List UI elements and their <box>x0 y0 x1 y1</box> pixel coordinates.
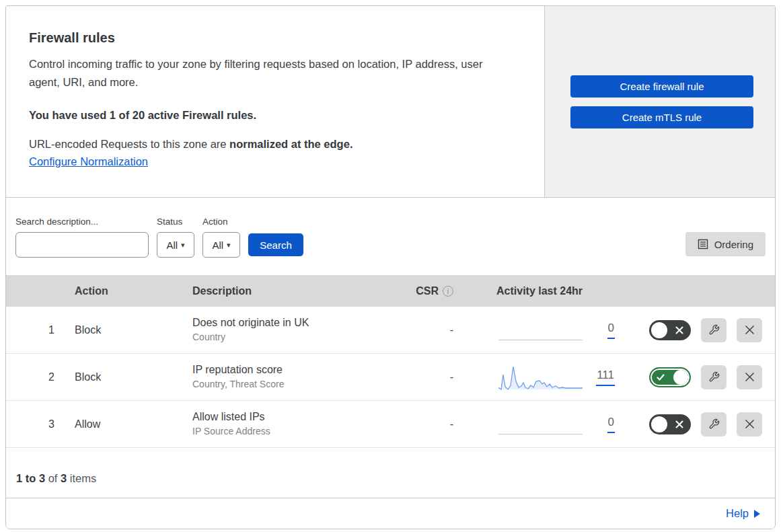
configure-normalization-link[interactable]: Configure Normalization <box>29 155 148 168</box>
ordering-button[interactable]: Ordering <box>685 232 766 256</box>
items-text: items <box>67 472 96 484</box>
activity-count-link[interactable]: 0 <box>607 416 615 433</box>
toggle-off-x-icon <box>675 420 683 428</box>
rule-controls <box>626 318 775 342</box>
table-row: 3 Allow Allow listed IPs IP Source Addre… <box>6 401 775 448</box>
rule-fields: Country <box>192 330 363 344</box>
activity-cell: 111 <box>475 363 626 392</box>
search-label: Search description... <box>15 217 149 227</box>
rule-action: Block <box>70 324 192 336</box>
rule-enabled-toggle[interactable] <box>649 320 691 340</box>
rule-priority: 1 <box>6 324 70 336</box>
help-link[interactable]: Help <box>726 507 760 520</box>
rule-action: Allow <box>70 418 192 430</box>
ordering-list-icon <box>698 239 708 250</box>
activity-sparkline <box>498 363 583 392</box>
toggle-off-x-icon <box>675 326 683 334</box>
wrench-icon <box>708 324 720 336</box>
normalization-prefix: URL-encoded Requests to this zone are <box>29 138 229 150</box>
activity-flatline <box>498 340 583 340</box>
action-filter-group: Action All▾ <box>202 217 240 258</box>
rule-enabled-toggle[interactable] <box>649 367 691 387</box>
close-icon <box>745 419 755 429</box>
usage-summary: You have used 1 of 20 active Firewall ru… <box>29 109 515 122</box>
rule-controls <box>626 412 775 436</box>
of-text: of <box>45 472 61 484</box>
sparkline-chart <box>498 363 583 392</box>
status-dropdown-value: All <box>166 239 178 251</box>
wrench-icon <box>708 371 720 383</box>
search-input[interactable] <box>28 233 161 257</box>
delete-rule-button[interactable] <box>737 365 762 389</box>
items-range: 1 to 3 <box>16 472 45 484</box>
status-dropdown[interactable]: All▾ <box>157 232 194 258</box>
rule-action: Block <box>70 371 192 383</box>
delete-rule-button[interactable] <box>737 412 762 436</box>
rule-csr-value: - <box>363 371 453 383</box>
edit-rule-button[interactable] <box>701 318 727 342</box>
normalization-note: URL-encoded Requests to this zone are no… <box>29 138 515 151</box>
activity-sparkline-empty <box>498 315 583 345</box>
arrow-right-icon <box>754 510 760 518</box>
action-dropdown[interactable]: All▾ <box>202 232 240 258</box>
column-description: Description <box>192 285 363 297</box>
action-dropdown-value: All <box>212 239 223 251</box>
rule-description-cell: Does not originate in UK Country <box>192 315 363 344</box>
chevron-down-icon: ▾ <box>227 241 231 249</box>
search-button[interactable]: Search <box>248 233 303 256</box>
search-group: Search description... <box>15 217 149 258</box>
table-row: 1 Block Does not originate in UK Country… <box>6 307 775 354</box>
edit-rule-button[interactable] <box>701 412 727 436</box>
header-section: Firewall rules Control incoming traffic … <box>6 6 775 198</box>
create-mtls-rule-button[interactable]: Create mTLS rule <box>570 106 753 128</box>
toggle-on-check-icon <box>657 373 665 381</box>
edit-rule-button[interactable] <box>701 365 727 389</box>
chevron-down-icon: ▾ <box>181 241 185 249</box>
toggle-knob <box>651 416 667 432</box>
rule-description: Does not originate in UK <box>192 315 363 330</box>
ordering-button-label: Ordering <box>714 239 753 250</box>
header-text-block: Firewall rules Control incoming traffic … <box>6 6 545 197</box>
activity-cell: 0 <box>475 410 626 439</box>
toggle-knob <box>651 322 667 338</box>
status-label: Status <box>157 217 194 227</box>
activity-count-link[interactable]: 0 <box>607 321 615 339</box>
column-csr: CSRi <box>363 285 453 297</box>
rule-priority: 2 <box>6 371 70 383</box>
firewall-rules-panel: Firewall rules Control incoming traffic … <box>5 5 776 529</box>
activity-sparkline-empty <box>498 410 583 439</box>
action-buttons-panel: Create firewall rule Create mTLS rule <box>545 6 775 197</box>
activity-count-link[interactable]: 111 <box>596 369 615 386</box>
rule-description-cell: IP reputation score Country, Threat Scor… <box>192 363 363 391</box>
table-row: 2 Block IP reputation score Country, Thr… <box>6 354 775 401</box>
status-filter-group: Status All▾ <box>157 217 194 258</box>
help-label: Help <box>726 507 749 520</box>
info-icon[interactable]: i <box>443 286 453 297</box>
rule-priority: 3 <box>6 418 70 430</box>
column-activity: Activity last 24hr <box>475 285 626 297</box>
csr-header-label: CSR <box>416 285 439 297</box>
rule-description: IP reputation score <box>192 363 363 377</box>
normalization-bold: normalized at the edge. <box>229 138 352 150</box>
rule-controls <box>626 365 775 389</box>
action-label: Action <box>202 217 240 227</box>
rule-csr-value: - <box>363 324 453 336</box>
delete-rule-button[interactable] <box>737 318 762 342</box>
activity-cell: 0 <box>475 315 626 345</box>
activity-flatline <box>498 434 583 434</box>
page-description: Control incoming traffic to your zone by… <box>29 55 513 91</box>
filter-bar: Search description... Status All▾ Action… <box>6 198 775 275</box>
rule-description-cell: Allow listed IPs IP Source Address <box>192 410 363 439</box>
rule-fields: Country, Threat Score <box>192 377 363 391</box>
rule-fields: IP Source Address <box>192 424 363 439</box>
close-icon <box>745 325 755 335</box>
column-action: Action <box>70 285 192 297</box>
create-firewall-rule-button[interactable]: Create firewall rule <box>570 75 753 98</box>
help-bar: Help <box>6 498 775 529</box>
close-icon <box>745 372 755 382</box>
rule-description: Allow listed IPs <box>192 410 363 424</box>
search-box <box>15 232 149 258</box>
table-header: Action Description CSRi Activity last 24… <box>6 275 775 307</box>
items-total: 3 <box>61 472 67 484</box>
rule-enabled-toggle[interactable] <box>649 414 691 434</box>
